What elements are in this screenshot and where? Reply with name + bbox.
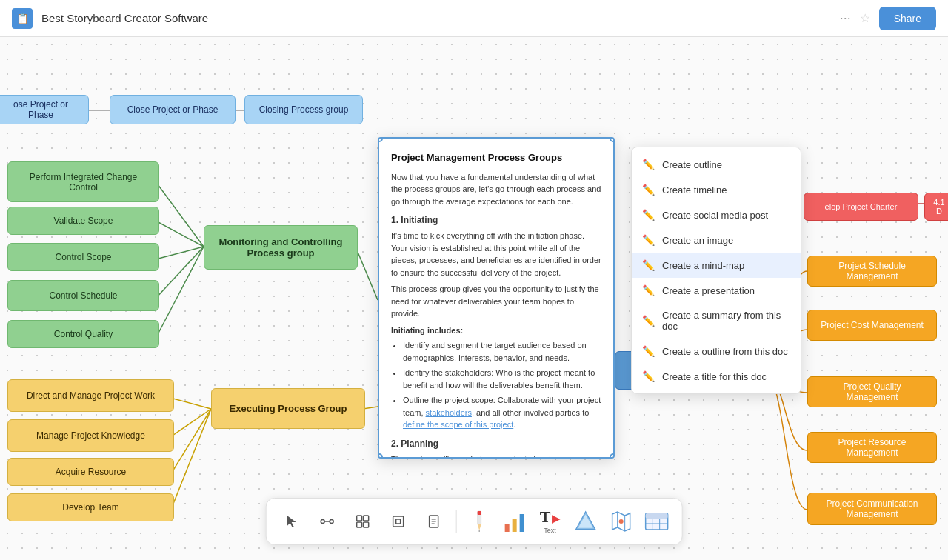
svg-point-15 — [330, 520, 333, 524]
doc-bullet-2: Identify the stakeholders: Who is the pr… — [403, 367, 601, 391]
svg-line-1 — [156, 221, 204, 247]
node-manage-knowledge[interactable]: Manage Project Knowledge — [7, 419, 174, 452]
share-button[interactable]: Share — [879, 7, 936, 30]
canvas: ose Project or Phase Close Project or Ph… — [0, 37, 948, 560]
corner-tr[interactable] — [610, 137, 615, 142]
svg-rect-22 — [396, 519, 401, 524]
svg-line-5 — [356, 247, 378, 300]
create-title-icon: ✏️ — [642, 370, 655, 382]
chart-tool[interactable] — [501, 508, 528, 535]
menu-create-social[interactable]: ✏️ Create social media post — [632, 202, 801, 227]
svg-rect-21 — [393, 516, 404, 527]
menu-create-outline-doc-label: Create a outline from this doc — [662, 346, 788, 357]
menu-create-presentation-label: Create a presentation — [662, 285, 755, 296]
node-41[interactable]: 4.1 D — [924, 193, 948, 221]
menu-create-outline-doc[interactable]: ✏️ Create a outline from this doc — [632, 339, 801, 364]
svg-marker-29 — [478, 524, 481, 530]
doc-section2-intro: These plans will vary, but your project … — [391, 453, 601, 458]
node-control-quality[interactable]: Control Quality — [7, 320, 159, 348]
document-popup: Project Management Process Groups Now th… — [378, 137, 615, 459]
svg-rect-33 — [520, 514, 524, 532]
doc-bullet-1: Identify and segment the target audience… — [403, 339, 601, 364]
select-tool[interactable] — [278, 508, 305, 535]
create-presentation-icon: ✏️ — [642, 284, 655, 296]
menu-create-image-label: Create an image — [662, 235, 733, 246]
svg-rect-32 — [513, 519, 517, 532]
more-options-button[interactable]: ··· — [840, 10, 851, 26]
corner-bl[interactable] — [378, 453, 383, 459]
node-develop-charter[interactable]: elop Project Charter — [804, 193, 918, 221]
doc-title: Project Management Process Groups — [391, 150, 601, 165]
node-develop-team[interactable]: Develop Team — [7, 493, 174, 521]
corner-br[interactable] — [610, 453, 615, 459]
svg-line-3 — [156, 247, 204, 299]
create-image-icon: ✏️ — [642, 234, 655, 246]
node-control-scope[interactable]: Control Scope — [7, 243, 159, 271]
doc-section2-title: 2. Planning — [391, 437, 601, 450]
text-tool[interactable]: T ▶ Text — [537, 508, 564, 535]
svg-rect-28 — [478, 511, 481, 515]
svg-rect-31 — [505, 524, 510, 532]
stakeholders-link[interactable]: stakeholders — [426, 408, 472, 417]
menu-create-outline[interactable]: ✏️ Create outline — [632, 152, 801, 177]
node-close-full[interactable]: Close Project or Phase — [110, 95, 236, 124]
doc-tool[interactable] — [421, 508, 447, 535]
svg-line-4 — [156, 247, 204, 339]
node-validate-scope[interactable]: Validate Scope — [7, 207, 159, 235]
frame-tool[interactable] — [385, 508, 412, 535]
pen-tool[interactable] — [466, 508, 493, 535]
menu-create-summary[interactable]: ✏️ Create a summary from this doc — [632, 303, 801, 339]
node-proj-quality-mgmt[interactable]: Project Quality Management — [807, 376, 937, 407]
node-acquire-resource[interactable]: Acquire Resource — [7, 458, 174, 486]
favorite-button[interactable]: ☆ — [860, 11, 870, 25]
text-tool-label: Text — [544, 527, 556, 534]
doc-section1-p2: This process group gives you the opportu… — [391, 283, 601, 320]
create-social-icon: ✏️ — [642, 209, 655, 221]
create-timeline-icon: ✏️ — [642, 184, 655, 196]
node-close-partial[interactable]: ose Project or Phase — [0, 95, 89, 124]
node-direct-manage[interactable]: Direct and Manage Project Work — [7, 379, 174, 412]
menu-create-mindmap-label: Create a mind-map — [662, 260, 744, 271]
map-tool[interactable] — [607, 508, 634, 535]
svg-point-38 — [618, 519, 623, 524]
svg-line-8 — [170, 409, 211, 475]
grid-tool[interactable] — [350, 508, 376, 535]
node-control-schedule[interactable]: Control Schedule — [7, 280, 159, 311]
node-proj-comm-mgmt[interactable]: Project Communication Management — [807, 493, 937, 525]
create-mindmap-icon: ✏️ — [642, 259, 655, 271]
menu-create-social-label: Create social media post — [662, 210, 768, 221]
node-executing-group[interactable]: Executing Process Group — [211, 388, 365, 429]
document-content: Project Management Process Groups Now th… — [379, 139, 613, 457]
app-icon: 📋 — [12, 8, 33, 29]
svg-line-9 — [170, 409, 211, 511]
menu-create-title-label: Create a title for this doc — [662, 371, 767, 382]
node-proj-schedule-mgmt[interactable]: Project Schedule Management — [807, 256, 937, 287]
scope-link[interactable]: define the scope of this project — [403, 420, 513, 429]
connect-tool[interactable] — [314, 508, 341, 535]
node-proj-cost-mgmt[interactable]: Project Cost Management — [807, 310, 937, 341]
menu-create-title[interactable]: ✏️ Create a title for this doc — [632, 364, 801, 389]
document-title: Best Storyboard Creator Software — [41, 12, 831, 24]
svg-line-2 — [156, 247, 204, 259]
menu-create-image[interactable]: ✏️ Create an image — [632, 227, 801, 253]
menu-create-mindmap[interactable]: ✏️ Create a mind-map — [632, 253, 801, 278]
svg-rect-20 — [364, 522, 369, 527]
menu-create-timeline[interactable]: ✏️ Create timeline — [632, 177, 801, 202]
doc-initiating-includes: Initiating includes: — [391, 324, 601, 337]
create-outline-doc-icon: ✏️ — [642, 345, 655, 357]
menu-create-summary-label: Create a summary from this doc — [662, 310, 790, 332]
toolbar: T ▶ Text — [266, 498, 683, 545]
svg-marker-35 — [576, 513, 594, 529]
node-perform-icc[interactable]: Perform Integrated Change Control — [7, 161, 159, 202]
doc-section1-title: 1. Initiating — [391, 213, 601, 227]
context-menu: ✏️ Create outline ✏️ Create timeline ✏️ … — [631, 147, 801, 394]
node-monitoring-group[interactable]: Monitoring and Controlling Process group — [204, 225, 358, 270]
menu-create-presentation[interactable]: ✏️ Create a presentation — [632, 278, 801, 303]
doc-section1-intro: It's time to kick everything off with th… — [391, 230, 601, 279]
node-closing-group[interactable]: Closing Process group — [244, 95, 363, 124]
node-proj-resource-mgmt[interactable]: Project Resource Management — [807, 432, 937, 463]
doc-intro: Now that you have a fundamental understa… — [391, 171, 601, 208]
shape-tool[interactable] — [572, 508, 598, 535]
toolbar-divider-1 — [456, 510, 457, 533]
table-tool[interactable] — [643, 508, 670, 535]
